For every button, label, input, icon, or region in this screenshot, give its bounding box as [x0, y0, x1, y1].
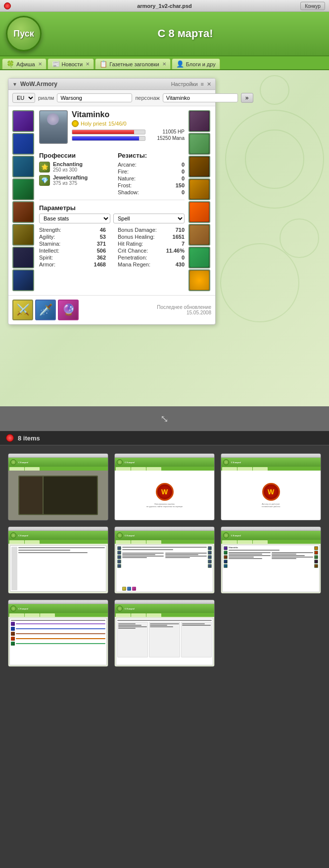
mini-dot-1: [10, 459, 16, 465]
close-button[interactable]: [4, 2, 11, 9]
hp-label: 11005 HP: [147, 129, 185, 134]
mini-green-8: С 8 марта!: [115, 604, 214, 613]
tab-novosti[interactable]: 📰 Новости ✕: [47, 58, 94, 69]
widget-title-area: ▼ WoW.Armory: [12, 81, 57, 87]
char-header: Vitaminko Holy priest 15/46/0 1100: [39, 110, 185, 144]
settings-icon[interactable]: ≡: [201, 81, 204, 87]
collapse-triangle[interactable]: ▼: [12, 82, 17, 87]
mini-gsq-6f: [314, 546, 318, 550]
gear-ring1[interactable]: [188, 156, 210, 177]
gallery-item-6[interactable]: С 8 марта!: [221, 526, 321, 594]
mini-header-1: [8, 454, 108, 458]
mini-body-4: [8, 544, 108, 593]
mini-green-title-6: С 8 марта!: [231, 534, 241, 537]
mini-center-5: [122, 546, 207, 591]
realm-input[interactable]: [57, 93, 132, 102]
gear-column-left: [12, 110, 35, 291]
mini-green-title-4: С 8 марта!: [18, 534, 28, 537]
spell-select[interactable]: Spell: [113, 214, 185, 223]
mini-green-4: С 8 марта!: [8, 531, 108, 540]
gear-back[interactable]: [12, 178, 34, 200]
gear-wrists-r[interactable]: [188, 133, 210, 155]
gallery-item-2[interactable]: С 8 марта! W Невозможная ошибкане удалос…: [114, 453, 215, 521]
gallery-thumb-3: С 8 марта! W Armory не работаеттехническ…: [221, 454, 321, 520]
line-8c: [118, 625, 141, 626]
base-stats-select[interactable]: Base stats: [39, 214, 110, 223]
mini-tab-6c: [253, 540, 268, 544]
gear-helm[interactable]: [12, 110, 34, 132]
tab-blogs[interactable]: 👤 Блоги и дру: [172, 58, 220, 69]
char-input[interactable]: [163, 93, 238, 102]
mini-browser-4: С 8 марта!: [8, 527, 108, 593]
mini-gsq-5f: [208, 546, 212, 550]
gear-trinket1-r[interactable]: [188, 201, 210, 223]
topright-button[interactable]: Конкур: [300, 1, 325, 10]
gallery-item-1[interactable]: С 8 марта!: [8, 453, 108, 521]
tab-afisha[interactable]: 🍀 Афиша ✕: [2, 58, 47, 69]
tab-novosti-close[interactable]: ✕: [86, 61, 90, 67]
region-select[interactable]: EU US: [12, 93, 35, 103]
line-7a: [11, 620, 105, 621]
gear-ring2[interactable]: [188, 178, 210, 200]
gear-legs[interactable]: [12, 269, 34, 291]
stat-mana-regen: Mana Regen: 430: [118, 261, 185, 268]
settings-label[interactable]: Настройки: [171, 81, 198, 87]
gallery-thumb-7: С 8 марта!: [8, 600, 108, 666]
gear-mainhand-r[interactable]: [188, 247, 210, 268]
char-level: 15/46/0: [108, 121, 127, 127]
resist-arcane-val: 0: [182, 162, 185, 168]
gallery-item-7[interactable]: С 8 марта!: [8, 600, 108, 667]
stat-strength: Strength: 46: [39, 226, 106, 233]
tab-gazeta-close[interactable]: ✕: [162, 61, 166, 67]
mini-dot-6: [223, 532, 229, 538]
mana-bar-bg: [72, 136, 145, 141]
mini-browser-6: С 8 марта!: [221, 527, 321, 593]
afisha-icon: 🍀: [6, 60, 14, 68]
hp-bar-fill: [72, 130, 134, 134]
mini-tab-3a: [222, 467, 237, 471]
gallery-close-button[interactable]: [6, 434, 14, 442]
mini-stats-6: [229, 552, 313, 560]
bottom-weapon2[interactable]: 🗡️: [35, 300, 56, 320]
mini-gsq-5h: [208, 555, 212, 559]
close-icon[interactable]: ✕: [207, 81, 211, 87]
stat-crit-chance: Crit Chance: 11.46%: [118, 247, 185, 254]
gear-feet-r[interactable]: [188, 110, 210, 132]
stat-stamina-val: 371: [97, 241, 106, 247]
gear-neck[interactable]: [12, 133, 34, 155]
gallery-item-8[interactable]: С 8 марта!: [114, 600, 215, 667]
stat-mana-regen-val: 430: [176, 261, 185, 267]
mini-widget-5: [116, 545, 213, 592]
line-6b: [229, 552, 271, 553]
weapon1-icon: ⚔️: [16, 304, 30, 316]
stat-strength-val: 46: [100, 227, 106, 233]
stat-bonus-damage: Bonus Damage: 710: [118, 226, 185, 233]
mini-item-icon-7b: [11, 627, 15, 631]
gallery-item-4[interactable]: С 8 марта!: [8, 526, 108, 594]
gear-shoulders[interactable]: [12, 156, 34, 177]
bottom-ranged[interactable]: 🔮: [58, 300, 79, 320]
pusk-button[interactable]: Пуск: [6, 16, 42, 51]
gear-hands[interactable]: [12, 224, 34, 246]
gear-chest[interactable]: [12, 201, 34, 223]
gear-ring3[interactable]: [188, 269, 210, 291]
mana-label: 15250 Mana: [147, 135, 185, 141]
jewelcrafting-level: 375 из 375: [53, 180, 88, 186]
mini-dot-2: [117, 459, 123, 465]
line-8g: [150, 625, 167, 626]
search-button[interactable]: »: [241, 93, 253, 103]
resize-icon[interactable]: ⤡: [160, 413, 169, 425]
gallery-item-3[interactable]: С 8 марта! W Armory не работаеттехническ…: [221, 453, 321, 521]
tab-afisha-close[interactable]: ✕: [38, 61, 42, 67]
mini-header-8: [115, 600, 214, 604]
mini-tab-1a: [9, 467, 24, 471]
bottom-weapon1[interactable]: ⚔️: [12, 300, 33, 320]
gear-trinket2-r[interactable]: [188, 224, 210, 246]
gallery-item-5[interactable]: С 8 марта!: [114, 526, 215, 594]
class-spec: Holy priest: [81, 121, 106, 127]
stat-agility: Agility: 53: [39, 233, 106, 240]
tab-gazeta[interactable]: 📋 Газетные заголовки ✕: [95, 58, 170, 69]
stat-agility-label: Agility:: [39, 234, 55, 240]
gear-waist[interactable]: [12, 247, 34, 268]
title-bar: armory_1v2-char.psd Конкур: [0, 0, 329, 12]
